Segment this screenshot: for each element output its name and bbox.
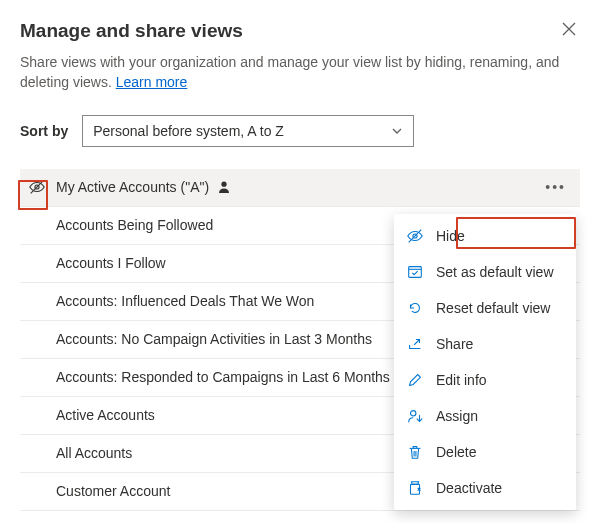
- svg-point-1: [222, 182, 227, 187]
- assign-icon: [406, 407, 424, 425]
- reset-icon: [406, 299, 424, 317]
- list-item-label: Accounts Being Followed: [56, 217, 213, 233]
- svg-rect-3: [409, 267, 422, 278]
- svg-point-4: [411, 411, 416, 416]
- menu-item-label: Share: [436, 336, 473, 352]
- edit-icon: [406, 371, 424, 389]
- person-icon: [217, 180, 231, 194]
- menu-item-reset-default[interactable]: Reset default view: [394, 290, 576, 326]
- list-item-label: Accounts: Influenced Deals That We Won: [56, 293, 314, 309]
- menu-item-share[interactable]: Share: [394, 326, 576, 362]
- share-icon: [406, 335, 424, 353]
- menu-item-edit-info[interactable]: Edit info: [394, 362, 576, 398]
- dialog-subtitle: Share views with your organization and m…: [20, 52, 580, 93]
- svg-rect-5: [411, 484, 420, 494]
- hide-icon: [24, 174, 50, 200]
- menu-item-label: Delete: [436, 444, 476, 460]
- list-item-label: All Accounts: [56, 445, 132, 461]
- sort-by-label: Sort by: [20, 123, 68, 139]
- default-view-icon: [406, 263, 424, 281]
- close-icon: [562, 22, 576, 36]
- learn-more-link[interactable]: Learn more: [116, 74, 188, 90]
- menu-item-deactivate[interactable]: Deactivate: [394, 470, 576, 506]
- list-item-label: Active Accounts: [56, 407, 155, 423]
- menu-item-label: Hide: [436, 228, 465, 244]
- list-item-label: Accounts: Responded to Campaigns in Last…: [56, 369, 390, 385]
- list-item[interactable]: Customers: [20, 511, 580, 523]
- menu-item-label: Reset default view: [436, 300, 550, 316]
- menu-item-label: Deactivate: [436, 480, 502, 496]
- list-item[interactable]: My Active Accounts ("A") •••: [20, 169, 580, 207]
- menu-item-label: Set as default view: [436, 264, 554, 280]
- more-actions-button[interactable]: •••: [545, 179, 566, 195]
- menu-item-label: Edit info: [436, 372, 487, 388]
- menu-item-label: Assign: [436, 408, 478, 424]
- context-menu: Hide Set as default view Reset default v…: [394, 214, 576, 510]
- subtitle-text: Share views with your organization and m…: [20, 54, 559, 90]
- delete-icon: [406, 443, 424, 461]
- menu-item-set-default[interactable]: Set as default view: [394, 254, 576, 290]
- menu-item-assign[interactable]: Assign: [394, 398, 576, 434]
- list-item-label: Accounts: No Campaign Activities in Last…: [56, 331, 372, 347]
- menu-item-delete[interactable]: Delete: [394, 434, 576, 470]
- list-item-label: Accounts I Follow: [56, 255, 166, 271]
- menu-item-hide[interactable]: Hide: [394, 218, 576, 254]
- list-item-label: My Active Accounts ("A"): [56, 179, 209, 195]
- sort-by-select[interactable]: Personal before system, A to Z: [82, 115, 414, 147]
- close-button[interactable]: [558, 20, 580, 41]
- chevron-down-icon: [391, 125, 403, 137]
- hide-icon: [406, 227, 424, 245]
- dialog-title: Manage and share views: [20, 20, 243, 42]
- sort-by-value: Personal before system, A to Z: [93, 123, 284, 139]
- deactivate-icon: [406, 479, 424, 497]
- list-item-label: Customer Account: [56, 483, 170, 499]
